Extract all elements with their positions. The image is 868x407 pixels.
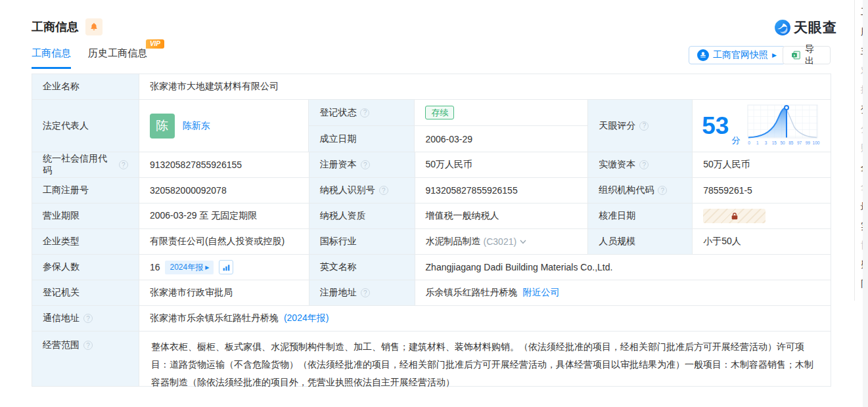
- mail-address-label-cell: 通信地址 ?: [32, 306, 139, 332]
- play-arrow-icon: ▶: [772, 52, 777, 58]
- paid-capital-value: 50万人民币: [693, 152, 831, 178]
- tianyancha-logo-icon: [774, 19, 791, 36]
- help-icon[interactable]: ?: [361, 288, 370, 297]
- score-axis-tick: 1: [756, 140, 759, 145]
- score-label-cell: 天眼评分 ?: [588, 100, 693, 152]
- score-axis-tick: 3: [765, 140, 767, 145]
- right-anchor-nav: 工股主对控变分财企企最实协疑同: [854, 0, 863, 301]
- nearby-companies-link[interactable]: 附近公司: [523, 287, 560, 299]
- annual-report-link[interactable]: (2024年报): [284, 312, 329, 324]
- table-row: 工商注册号 320582000092078 纳税人识别号 ? 913205827…: [32, 178, 831, 204]
- taxpayer-quality-label: 纳税人资质: [309, 204, 415, 229]
- business-scope-value: 整体衣柜、橱柜、板式家俱、水泥预制构件制造、加工、销售；建筑材料、装饰材料购销。…: [139, 332, 831, 387]
- legal-rep-name-link[interactable]: 陈新东: [183, 120, 210, 132]
- approval-date-label: 核准日期: [588, 204, 693, 229]
- section-header: 工商信息: [32, 18, 103, 35]
- annual-report-pill-label: 2024年报: [170, 262, 203, 273]
- business-term-value: 2006-03-29 至 无固定期限: [139, 204, 309, 229]
- excel-icon: x: [791, 50, 801, 60]
- english-name-value: Zhangjiagang Dadi Building Materials Co.…: [415, 255, 831, 280]
- reg-status-value-cell: 存续: [415, 100, 588, 126]
- tab-business-info[interactable]: 工商信息: [32, 47, 71, 69]
- table-row: 企业名称 张家港市大地建筑材料有限公司: [32, 74, 831, 100]
- mail-address-label: 通信地址: [43, 312, 80, 324]
- insured-count-value: 16: [150, 262, 160, 272]
- company-type-value: 有限责任公司(自然人投资或控股): [139, 229, 309, 255]
- help-icon[interactable]: ?: [83, 314, 93, 323]
- score-axis-tick: 50: [781, 140, 786, 145]
- table-row: 营业期限 2006-03-29 至 无固定期限 纳税人资质 增值税一般纳税人 核…: [32, 204, 831, 229]
- reg-address-cell: 乐余镇乐红路牡丹桥堍 附近公司: [415, 280, 831, 306]
- taxpayer-id-label: 纳税人识别号: [320, 184, 375, 196]
- play-arrow-icon: ▶: [205, 265, 209, 270]
- company-name-label: 企业名称: [32, 74, 139, 100]
- bar-chart-icon: [222, 263, 231, 272]
- stamp-icon: [697, 49, 709, 61]
- table-row: 经营范围 ? 整体衣柜、橱柜、板式家俱、水泥预制构件制造、加工、销售；建筑材料、…: [32, 332, 831, 387]
- score-distribution-chart: 0131550859799100: [746, 103, 823, 149]
- help-icon[interactable]: ?: [361, 160, 370, 169]
- legal-rep-cell: 陈 陈新东: [139, 100, 309, 152]
- approval-date-value-cell: [693, 204, 831, 229]
- score-axis-tick: 97: [797, 140, 802, 145]
- tianyancha-logo[interactable]: 天眼查: [774, 18, 837, 37]
- chevron-down-icon[interactable]: [520, 240, 526, 244]
- taxpayer-id-label-cell: 纳税人识别号 ?: [309, 178, 415, 204]
- score-axis-labels: 0131550859799100: [748, 140, 821, 145]
- company-type-label: 企业类型: [32, 229, 139, 255]
- tab-bar: 工商信息 历史工商信息 VIP: [32, 47, 147, 69]
- taxpayer-quality-value: 增值税一般纳税人: [415, 204, 589, 229]
- score-axis-tick: 15: [772, 140, 777, 145]
- help-icon[interactable]: ?: [658, 186, 667, 195]
- official-snapshot-label: 工商官网快照: [713, 49, 768, 61]
- help-icon[interactable]: ?: [379, 186, 388, 195]
- industry-value: 水泥制品制造: [426, 236, 481, 247]
- help-icon[interactable]: ?: [639, 121, 649, 131]
- business-info-table: 企业名称 张家港市大地建筑材料有限公司 法定代表人 陈 陈新东 登记状态 ? 存…: [32, 74, 831, 387]
- reg-address-value: 乐余镇乐红路牡丹桥堍: [426, 287, 518, 299]
- score-label: 天眼评分: [599, 120, 635, 132]
- tianyancha-logo-text: 天眼查: [794, 18, 837, 37]
- reg-capital-label: 注册资本: [320, 159, 357, 171]
- mail-address-cell: 张家港市乐余镇乐红路牡丹桥堍 (2024年报): [139, 306, 831, 332]
- tab-history-business-info[interactable]: 历史工商信息 VIP: [88, 47, 147, 67]
- subscribe-bell-button[interactable]: [85, 18, 103, 35]
- reg-authority-value: 张家港市行政审批局: [139, 280, 309, 306]
- legal-rep-label: 法定代表人: [32, 100, 139, 152]
- org-code-value: 78559261-5: [693, 178, 831, 204]
- org-code-label: 组织机构代码: [599, 184, 654, 196]
- bell-icon: [89, 22, 99, 32]
- insured-count-label: 参保人数: [32, 255, 139, 280]
- score-axis-tick: 85: [789, 140, 794, 145]
- table-row: 登记机关 张家港市行政审批局 注册地址 ? 乐余镇乐红路牡丹桥堍 附近公司: [32, 280, 831, 306]
- org-code-label-cell: 组织机构代码 ?: [588, 178, 693, 204]
- annual-report-pill[interactable]: 2024年报 ▶: [165, 261, 214, 274]
- official-snapshot-button[interactable]: 工商官网快照 ▶: [689, 46, 785, 64]
- scrollbar[interactable]: [863, 0, 868, 407]
- insured-trend-button[interactable]: [219, 260, 233, 274]
- export-button[interactable]: x 导出: [783, 46, 831, 64]
- table-row: 统一社会信用代码 ? 913205827855926155 注册资本 ? 50万…: [32, 152, 831, 178]
- paid-capital-label: 实缴资本: [599, 159, 635, 171]
- business-scope-label-cell: 经营范围 ?: [32, 332, 139, 387]
- status-badge: 存续: [425, 106, 454, 120]
- help-icon[interactable]: ?: [119, 160, 128, 169]
- table-row: 法定代表人 陈 陈新东 登记状态 ? 存续 成立日期 2006-03-29 天眼…: [32, 100, 831, 152]
- page-title: 工商信息: [32, 19, 79, 35]
- help-icon[interactable]: ?: [83, 341, 93, 350]
- reg-address-label-cell: 注册地址 ?: [309, 280, 415, 306]
- score-axis-tick: 99: [806, 140, 811, 145]
- table-row: 企业类型 有限责任公司(自然人投资或控股) 国标行业 水泥制品制造 (C3021…: [32, 229, 831, 255]
- credit-code-value: 913205827855926155: [139, 152, 309, 178]
- help-icon[interactable]: ?: [360, 108, 369, 118]
- reg-number-value: 320582000092078: [139, 178, 309, 204]
- credit-code-label: 统一社会信用代码: [43, 153, 115, 177]
- industry-code: (C3021): [484, 236, 517, 247]
- industry-value-cell: 水泥制品制造 (C3021): [415, 229, 589, 255]
- help-icon[interactable]: ?: [639, 160, 649, 169]
- score-value-cell[interactable]: 53 分 0131550859799100: [693, 100, 831, 152]
- locked-value-bar[interactable]: [703, 209, 765, 223]
- legal-rep-avatar[interactable]: 陈: [150, 114, 175, 139]
- paid-capital-label-cell: 实缴资本 ?: [588, 152, 693, 178]
- staff-size-label: 人员规模: [588, 229, 693, 255]
